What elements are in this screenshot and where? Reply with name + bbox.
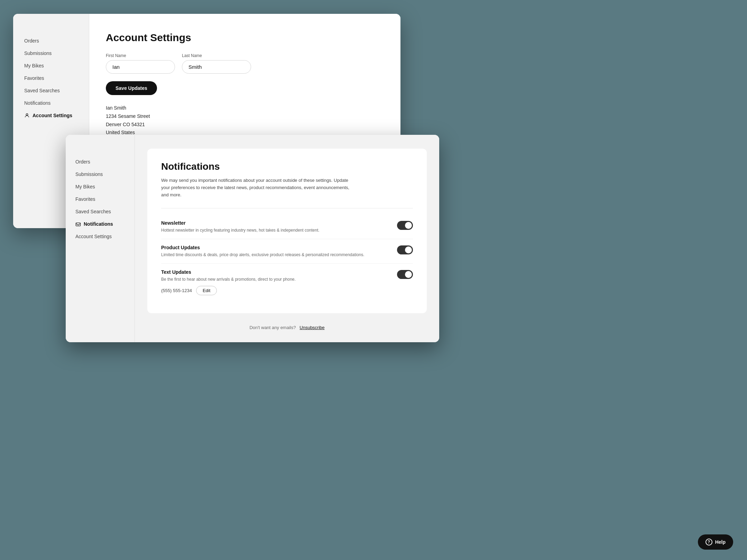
notifications-divider [161,208,413,208]
no-emails-text: Don't want any emails? [249,325,296,330]
first-name-input[interactable] [106,60,175,74]
newsletter-subtext: Hottest newsletter in cycling featuring … [161,227,320,233]
newsletter-slider [397,221,413,230]
text-updates-slider [397,270,413,279]
phone-number: (555) 555-1234 [161,288,192,293]
name-form-row: First Name Last Name [106,53,384,74]
page-title: Account Settings [106,32,384,44]
newsletter-toggle[interactable] [397,221,413,230]
sidebar-item-notifications[interactable]: Notifications [13,97,89,109]
product-updates-slider [397,245,413,254]
text-updates-heading: Text Updates [161,269,296,275]
text-updates-text: Text Updates Be the first to hear about … [161,269,296,282]
notifications-card: Notifications We may send you important … [147,149,427,313]
sidebar-item-submissions[interactable]: Submissions [13,47,89,59]
notifications-window: Orders Submissions My Bikes Favorites Sa… [66,135,439,342]
notifications-content: Notifications We may send you important … [135,135,439,342]
first-name-field: First Name [106,53,175,74]
help-button[interactable]: ? Help [698,534,733,550]
product-updates-toggle[interactable] [397,245,413,254]
sidebar-item-my-bikes[interactable]: My Bikes [13,59,89,72]
help-icon: ? [706,539,712,545]
phone-row: (555) 555-1234 Edit [161,286,217,295]
last-name-input[interactable] [182,60,251,74]
sidebar-2: Orders Submissions My Bikes Favorites Sa… [66,135,135,342]
first-name-label: First Name [106,53,175,58]
address-block: Ian Smith 1234 Sesame Street Denver CO 5… [106,104,384,137]
notifications-title: Notifications [161,161,413,172]
last-name-field: Last Name [182,53,251,74]
sidebar2-item-notifications[interactable]: Notifications [66,218,135,230]
product-updates-heading: Product Updates [161,245,365,250]
text-updates-row: Text Updates Be the first to hear about … [161,264,413,301]
notifications-description: We may send you important notifications … [161,177,355,198]
newsletter-row: Newsletter Hottest newsletter in cycling… [161,215,413,239]
unsubscribe-link[interactable]: Unsubscribe [299,325,324,330]
newsletter-text: Newsletter Hottest newsletter in cycling… [161,220,320,233]
sidebar2-item-orders[interactable]: Orders [66,156,135,168]
address-line3: Denver CO 54321 [106,121,384,129]
newsletter-heading: Newsletter [161,220,320,226]
product-updates-subtext: Limited time discounts & deals, price dr… [161,252,365,258]
sidebar-item-orders[interactable]: Orders [13,35,89,47]
text-updates-subtext: Be the first to hear about new arrivals … [161,276,296,282]
sidebar2-item-submissions[interactable]: Submissions [66,168,135,180]
address-line2: 1234 Sesame Street [106,112,384,121]
sidebar-item-favorites[interactable]: Favorites [13,72,89,84]
product-updates-text: Product Updates Limited time discounts &… [161,245,365,258]
bottom-bar: Don't want any emails? Unsubscribe [147,321,427,334]
text-updates-toggle[interactable] [397,270,413,279]
save-updates-button[interactable]: Save Updates [106,81,157,95]
sidebar-item-account-settings[interactable]: Account Settings [13,109,89,122]
help-label: Help [715,539,726,545]
sidebar2-item-favorites[interactable]: Favorites [66,193,135,205]
sidebar2-item-my-bikes[interactable]: My Bikes [66,180,135,193]
address-line1: Ian Smith [106,104,384,112]
last-name-label: Last Name [182,53,251,58]
text-updates-top: Text Updates Be the first to hear about … [161,269,413,282]
sidebar2-item-account-settings[interactable]: Account Settings [66,230,135,243]
product-updates-row: Product Updates Limited time discounts &… [161,239,413,264]
sidebar2-item-saved-searches[interactable]: Saved Searches [66,205,135,218]
edit-phone-button[interactable]: Edit [196,286,217,295]
sidebar-item-saved-searches[interactable]: Saved Searches [13,84,89,97]
